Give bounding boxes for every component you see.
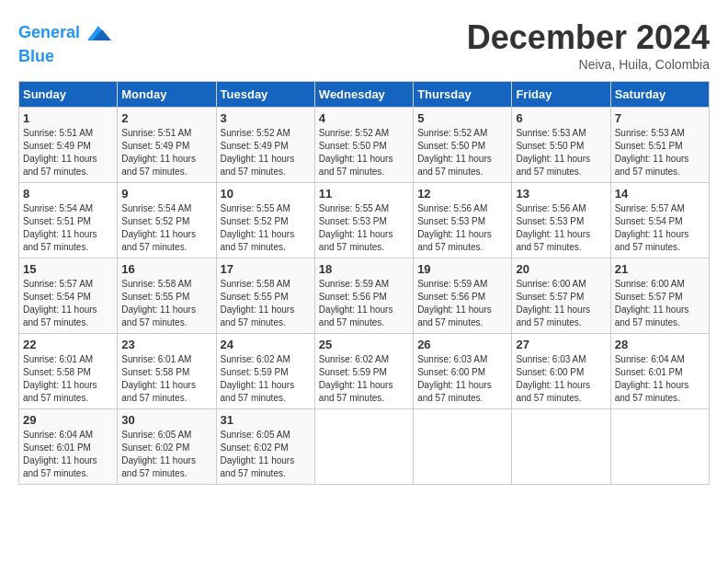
day-number: 24 — [221, 338, 311, 351]
day-number: 10 — [221, 187, 311, 201]
calendar-day-cell: 10Sunrise: 5:55 AMSunset: 5:52 PMDayligh… — [216, 183, 314, 259]
day-info: Sunrise: 5:55 AMSunset: 5:53 PMDaylight:… — [319, 202, 409, 254]
day-number: 25 — [319, 338, 409, 351]
day-number: 20 — [516, 262, 606, 276]
day-number: 18 — [319, 262, 409, 276]
calendar-week-row: 22Sunrise: 6:01 AMSunset: 5:58 PMDayligh… — [19, 334, 710, 409]
logo: General Blue — [18, 18, 113, 66]
month-title: December 2024 — [467, 18, 710, 57]
calendar-day-cell: 28Sunrise: 6:04 AMSunset: 6:01 PMDayligh… — [610, 334, 709, 409]
day-number: 11 — [319, 187, 409, 201]
day-number: 6 — [516, 111, 606, 125]
title-block: December 2024 Neiva, Huila, Colombia — [467, 18, 710, 72]
day-number: 27 — [516, 338, 606, 351]
calendar-day-cell: 12Sunrise: 5:56 AMSunset: 5:53 PMDayligh… — [414, 183, 512, 259]
calendar-day-cell: 20Sunrise: 6:00 AMSunset: 5:57 PMDayligh… — [512, 259, 610, 334]
day-number: 8 — [23, 187, 113, 201]
calendar-day-cell: 3Sunrise: 5:52 AMSunset: 5:49 PMDaylight… — [216, 108, 314, 183]
day-info: Sunrise: 5:56 AMSunset: 5:53 PMDaylight:… — [417, 202, 507, 254]
calendar-day-cell: 8Sunrise: 5:54 AMSunset: 5:51 PMDaylight… — [19, 183, 118, 259]
calendar-day-cell: 26Sunrise: 6:03 AMSunset: 6:00 PMDayligh… — [414, 334, 512, 409]
weekday-header-sunday: Sunday — [19, 82, 118, 108]
day-info: Sunrise: 5:57 AMSunset: 5:54 PMDaylight:… — [23, 278, 113, 329]
day-number: 26 — [417, 338, 507, 351]
calendar-day-cell: 21Sunrise: 6:00 AMSunset: 5:57 PMDayligh… — [610, 259, 709, 334]
calendar-day-cell: 4Sunrise: 5:52 AMSunset: 5:50 PMDaylight… — [314, 108, 413, 183]
day-info: Sunrise: 6:04 AMSunset: 6:01 PMDaylight:… — [615, 353, 705, 405]
day-number: 29 — [23, 413, 113, 427]
weekday-header-wednesday: Wednesday — [314, 82, 413, 108]
day-info: Sunrise: 5:58 AMSunset: 5:55 PMDaylight:… — [221, 278, 311, 329]
day-number: 7 — [615, 111, 705, 125]
day-info: Sunrise: 5:59 AMSunset: 5:56 PMDaylight:… — [319, 278, 409, 329]
day-info: Sunrise: 5:59 AMSunset: 5:56 PMDaylight:… — [417, 278, 507, 329]
calendar-day-cell — [314, 409, 413, 485]
calendar-day-cell: 22Sunrise: 6:01 AMSunset: 5:58 PMDayligh… — [19, 334, 118, 409]
calendar-day-cell: 13Sunrise: 5:56 AMSunset: 5:53 PMDayligh… — [512, 183, 610, 259]
day-number: 13 — [516, 187, 606, 201]
day-info: Sunrise: 6:02 AMSunset: 5:59 PMDaylight:… — [319, 353, 409, 405]
calendar-day-cell: 24Sunrise: 6:02 AMSunset: 5:59 PMDayligh… — [216, 334, 314, 409]
day-number: 4 — [319, 111, 409, 125]
calendar-day-cell: 17Sunrise: 5:58 AMSunset: 5:55 PMDayligh… — [216, 259, 314, 334]
day-info: Sunrise: 5:51 AMSunset: 5:49 PMDaylight:… — [23, 127, 113, 178]
day-info: Sunrise: 6:01 AMSunset: 5:58 PMDaylight:… — [23, 353, 113, 405]
day-number: 3 — [221, 111, 311, 125]
day-info: Sunrise: 6:01 AMSunset: 5:58 PMDaylight:… — [121, 353, 211, 405]
day-number: 31 — [221, 413, 311, 427]
day-info: Sunrise: 5:53 AMSunset: 5:50 PMDaylight:… — [516, 127, 606, 178]
day-info: Sunrise: 5:56 AMSunset: 5:53 PMDaylight:… — [516, 202, 606, 254]
day-number: 22 — [23, 338, 113, 351]
calendar-day-cell: 15Sunrise: 5:57 AMSunset: 5:54 PMDayligh… — [19, 259, 118, 334]
day-number: 21 — [615, 262, 705, 276]
day-number: 17 — [221, 262, 311, 276]
day-number: 5 — [417, 111, 507, 125]
day-info: Sunrise: 6:05 AMSunset: 6:02 PMDaylight:… — [221, 429, 311, 480]
calendar-week-row: 8Sunrise: 5:54 AMSunset: 5:51 PMDaylight… — [19, 183, 710, 259]
calendar-day-cell — [414, 409, 512, 485]
weekday-header-friday: Friday — [512, 82, 610, 108]
day-info: Sunrise: 5:52 AMSunset: 5:50 PMDaylight:… — [417, 127, 507, 178]
calendar-day-cell: 2Sunrise: 5:51 AMSunset: 5:49 PMDaylight… — [118, 108, 216, 183]
day-number: 9 — [121, 187, 211, 201]
day-number: 30 — [121, 413, 211, 427]
day-info: Sunrise: 5:58 AMSunset: 5:55 PMDaylight:… — [121, 278, 211, 329]
day-info: Sunrise: 6:00 AMSunset: 5:57 PMDaylight:… — [615, 278, 705, 329]
day-info: Sunrise: 6:04 AMSunset: 6:01 PMDaylight:… — [23, 429, 113, 480]
day-number: 12 — [417, 187, 507, 201]
calendar-day-cell: 18Sunrise: 5:59 AMSunset: 5:56 PMDayligh… — [314, 259, 413, 334]
day-info: Sunrise: 5:55 AMSunset: 5:52 PMDaylight:… — [221, 202, 311, 254]
logo-text: General — [18, 24, 80, 42]
calendar-day-cell: 19Sunrise: 5:59 AMSunset: 5:56 PMDayligh… — [414, 259, 512, 334]
calendar-week-row: 15Sunrise: 5:57 AMSunset: 5:54 PMDayligh… — [19, 259, 710, 334]
calendar-day-cell: 11Sunrise: 5:55 AMSunset: 5:53 PMDayligh… — [314, 183, 413, 259]
day-info: Sunrise: 6:03 AMSunset: 6:00 PMDaylight:… — [516, 353, 606, 405]
day-number: 15 — [23, 262, 113, 276]
weekday-header-monday: Monday — [118, 82, 216, 108]
day-number: 14 — [615, 187, 705, 201]
calendar-day-cell: 14Sunrise: 5:57 AMSunset: 5:54 PMDayligh… — [610, 183, 709, 259]
day-info: Sunrise: 6:03 AMSunset: 6:00 PMDaylight:… — [417, 353, 507, 405]
calendar-day-cell: 25Sunrise: 6:02 AMSunset: 5:59 PMDayligh… — [314, 334, 413, 409]
day-info: Sunrise: 6:05 AMSunset: 6:02 PMDaylight:… — [121, 429, 211, 480]
logo-icon — [84, 18, 113, 48]
day-info: Sunrise: 5:51 AMSunset: 5:49 PMDaylight:… — [121, 127, 211, 178]
calendar-day-cell — [512, 409, 610, 485]
day-number: 19 — [417, 262, 507, 276]
day-info: Sunrise: 5:52 AMSunset: 5:49 PMDaylight:… — [221, 127, 311, 178]
calendar-day-cell: 30Sunrise: 6:05 AMSunset: 6:02 PMDayligh… — [118, 409, 216, 485]
weekday-header-thursday: Thursday — [414, 82, 512, 108]
page-header: General Blue December 2024 Neiva, Huila,… — [18, 18, 710, 72]
day-info: Sunrise: 5:54 AMSunset: 5:52 PMDaylight:… — [121, 202, 211, 254]
weekday-header-tuesday: Tuesday — [216, 82, 314, 108]
logo-blue-text: Blue — [18, 48, 113, 66]
location-subtitle: Neiva, Huila, Colombia — [467, 57, 710, 72]
calendar-day-cell: 1Sunrise: 5:51 AMSunset: 5:49 PMDaylight… — [19, 108, 118, 183]
day-number: 1 — [23, 111, 113, 125]
calendar-day-cell: 29Sunrise: 6:04 AMSunset: 6:01 PMDayligh… — [19, 409, 118, 485]
weekday-header-row: SundayMondayTuesdayWednesdayThursdayFrid… — [19, 82, 710, 108]
day-number: 2 — [121, 111, 211, 125]
day-info: Sunrise: 5:52 AMSunset: 5:50 PMDaylight:… — [319, 127, 409, 178]
day-number: 28 — [615, 338, 705, 351]
day-info: Sunrise: 5:54 AMSunset: 5:51 PMDaylight:… — [23, 202, 113, 254]
